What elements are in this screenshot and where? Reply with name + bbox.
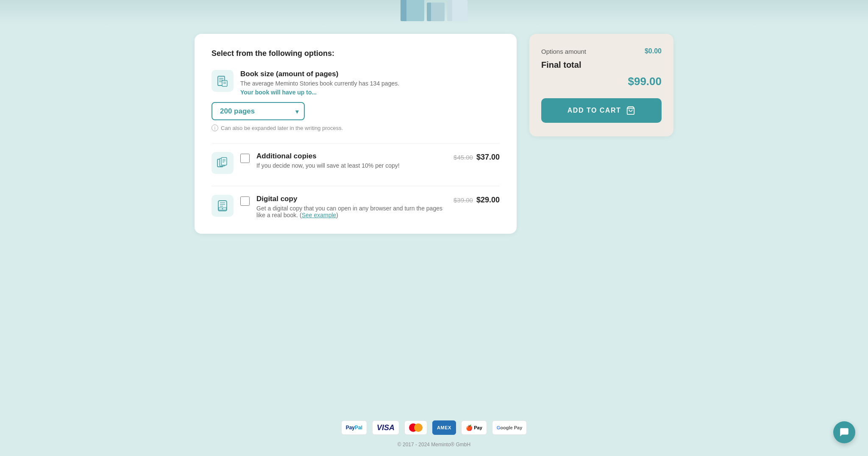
add-to-cart-label: ADD TO CART bbox=[568, 107, 621, 114]
summary-card: Options amount $0.00 Final total $99.00 … bbox=[529, 34, 673, 136]
googlepay-badge: Google Pay bbox=[492, 420, 527, 435]
cart-icon bbox=[626, 106, 635, 115]
info-note: i Can also be expanded later in the writ… bbox=[211, 124, 500, 131]
digital-copy-icon bbox=[211, 195, 234, 217]
page-select-wrapper: 100 pages 150 pages 200 pages 250 pages … bbox=[211, 102, 500, 120]
payment-methods: PayPal VISA AMEX 🍎 Pay Google Pay bbox=[341, 420, 527, 435]
options-title: Select from the following options: bbox=[211, 49, 500, 58]
final-total-label: Final total bbox=[541, 60, 581, 70]
additional-copies-original-price: $45.00 bbox=[453, 154, 473, 161]
page-select[interactable]: 100 pages 150 pages 200 pages 250 pages … bbox=[211, 102, 305, 120]
main-content: Select from the following options: bbox=[116, 25, 752, 242]
additional-copies-label: Additional copies bbox=[256, 152, 447, 160]
final-total-value: $99.00 bbox=[628, 75, 662, 88]
see-example-link[interactable]: See example bbox=[302, 212, 337, 218]
footer: PayPal VISA AMEX 🍎 Pay Google Pay © 2017… bbox=[0, 408, 868, 456]
mastercard-badge bbox=[404, 420, 427, 435]
info-icon: i bbox=[211, 124, 218, 131]
book-size-link[interactable]: Your book will have up to... bbox=[240, 89, 317, 96]
book-size-label: Book size (amount of pages) bbox=[240, 70, 399, 78]
book-size-section: Book size (amount of pages) The average … bbox=[211, 70, 500, 131]
digital-copy-description: Get a digital copy that you can open in … bbox=[256, 205, 447, 218]
digital-copy-pricing: $39.00 $29.00 bbox=[453, 196, 500, 205]
footer-copyright: © 2017 - 2024 Meminto® GmbH bbox=[398, 442, 470, 448]
additional-copies-checkbox[interactable] bbox=[240, 154, 250, 163]
amex-badge: AMEX bbox=[432, 420, 456, 435]
additional-copies-pricing: $45.00 $37.00 bbox=[453, 153, 500, 162]
digital-copy-label: Digital copy bbox=[256, 195, 447, 203]
applepay-badge: 🍎 Pay bbox=[461, 420, 487, 435]
top-image-area bbox=[0, 0, 868, 25]
final-total-row: Final total bbox=[541, 60, 662, 70]
additional-copies-current-price: $37.00 bbox=[476, 153, 500, 162]
digital-copy-checkbox[interactable] bbox=[240, 196, 250, 206]
chat-button[interactable] bbox=[833, 421, 855, 443]
paypal-badge: PayPal bbox=[341, 420, 367, 435]
chat-icon bbox=[839, 427, 850, 438]
svg-point-18 bbox=[222, 208, 223, 210]
digital-copy-section: Digital copy Get a digital copy that you… bbox=[211, 195, 500, 218]
book-size-description: The average Meminto Stories book current… bbox=[240, 80, 399, 87]
options-card: Select from the following options: bbox=[195, 34, 517, 234]
info-note-text: Can also be expanded later in the writin… bbox=[221, 125, 343, 131]
options-amount-value: $0.00 bbox=[645, 47, 662, 55]
page-select-container: 100 pages 150 pages 200 pages 250 pages … bbox=[211, 102, 305, 120]
options-amount-label: Options amount bbox=[541, 48, 586, 55]
svg-rect-9 bbox=[221, 158, 227, 165]
additional-copies-icon bbox=[211, 152, 234, 174]
digital-copy-original-price: $39.00 bbox=[453, 196, 473, 204]
options-amount-row: Options amount $0.00 bbox=[541, 47, 662, 55]
add-to-cart-button[interactable]: ADD TO CART bbox=[541, 98, 662, 123]
additional-copies-info: Additional copies If you decide now, you… bbox=[256, 152, 447, 169]
additional-copies-section: Additional copies If you decide now, you… bbox=[211, 152, 500, 174]
additional-copies-description: If you decide now, you will save at leas… bbox=[256, 162, 447, 169]
visa-badge: VISA bbox=[372, 420, 399, 435]
digital-copy-info: Digital copy Get a digital copy that you… bbox=[256, 195, 447, 218]
book-size-icon bbox=[211, 70, 234, 92]
digital-copy-current-price: $29.00 bbox=[476, 196, 500, 205]
